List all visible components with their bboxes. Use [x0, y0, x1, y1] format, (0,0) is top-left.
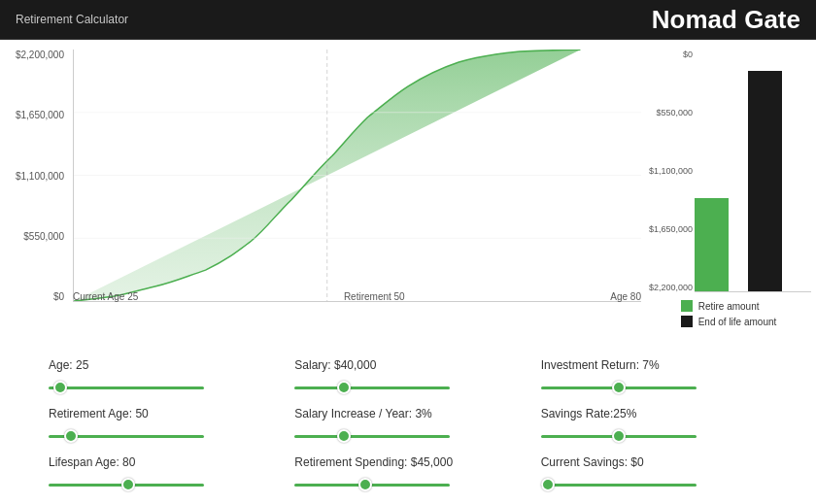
- retirement-spending-slider-container: [294, 475, 521, 494]
- brand-name: Nomad Gate: [652, 5, 800, 35]
- investment-return-slider[interactable]: [541, 386, 697, 389]
- control-lifespan: Lifespan Age: 80: [39, 455, 285, 494]
- lifespan-slider-container: [49, 475, 275, 494]
- bar-legend: Retire amount End of life amount: [681, 300, 777, 327]
- age-slider[interactable]: [49, 386, 204, 389]
- age-label: Age: 25: [49, 358, 275, 372]
- control-salary-increase: Salary Increase / Year: 3%: [285, 407, 530, 446]
- control-savings-rate: Savings Rate:25%: [531, 407, 777, 446]
- retirement-age-label: Retirement Age: 50: [49, 407, 275, 420]
- eol-bar: [748, 71, 782, 291]
- chart-area: $0 $550,000 $1,100,000 $1,650,000 $2,200…: [0, 40, 816, 339]
- retire-bar: [695, 198, 729, 291]
- investment-return-slider-container: [541, 378, 767, 397]
- savings-rate-slider-container: [541, 426, 767, 446]
- y-axis: $0 $550,000 $1,100,000 $1,650,000 $2,200…: [10, 50, 68, 302]
- x-axis: Current Age 25 Retirement 50 Age 80: [73, 291, 641, 302]
- eol-legend-color: [681, 316, 693, 327]
- retirement-age-slider[interactable]: [49, 435, 204, 438]
- control-salary: Salary: $40,000: [285, 358, 530, 397]
- controls-grid: Age: 25 Salary: $40,000 Investment Retur…: [0, 339, 816, 504]
- control-retirement-spending: Retirement Spending: $45,000: [285, 455, 530, 494]
- chart-svg-container: [73, 50, 641, 302]
- main-content: $0 $550,000 $1,100,000 $1,650,000 $2,200…: [0, 40, 816, 504]
- bar-y-axis: $2,200,000 $1,650,000 $1,100,000 $550,00…: [646, 50, 693, 292]
- salary-label: Salary: $40,000: [294, 358, 521, 372]
- age-slider-container: [49, 378, 275, 397]
- area-chart: $0 $550,000 $1,100,000 $1,650,000 $2,200…: [10, 50, 641, 321]
- salary-increase-slider-container: [294, 426, 521, 446]
- header: Retirement Calculator Nomad Gate: [0, 0, 816, 40]
- retire-legend-label: Retire amount: [698, 301, 760, 312]
- current-savings-slider[interactable]: [541, 484, 697, 487]
- savings-rate-slider[interactable]: [541, 435, 697, 438]
- salary-increase-slider[interactable]: [294, 435, 450, 438]
- salary-increase-label: Salary Increase / Year: 3%: [294, 407, 521, 420]
- control-retirement-age: Retirement Age: 50: [39, 407, 285, 446]
- bar-chart: [695, 59, 811, 292]
- lifespan-label: Lifespan Age: 80: [49, 455, 275, 469]
- retire-legend-color: [681, 300, 693, 312]
- retire-legend: Retire amount: [681, 300, 777, 312]
- retirement-spending-label: Retirement Spending: $45,000: [294, 455, 521, 469]
- savings-rate-label: Savings Rate:25%: [541, 407, 767, 420]
- retirement-age-slider-container: [49, 426, 275, 446]
- retirement-spending-slider[interactable]: [294, 484, 450, 487]
- control-current-savings: Current Savings: $0: [531, 455, 777, 494]
- salary-slider-container: [294, 378, 521, 397]
- eol-legend: End of life amount: [681, 316, 777, 327]
- salary-slider[interactable]: [294, 386, 450, 389]
- lifespan-slider[interactable]: [49, 484, 204, 487]
- control-investment-return: Investment Return: 7%: [531, 358, 777, 397]
- eol-legend-label: End of life amount: [698, 317, 777, 327]
- bar-chart-section: $2,200,000 $1,650,000 $1,100,000 $550,00…: [641, 50, 806, 339]
- area-svg: [74, 50, 641, 301]
- control-age: Age: 25: [39, 358, 285, 397]
- investment-return-label: Investment Return: 7%: [541, 358, 767, 372]
- current-savings-slider-container: [541, 475, 767, 494]
- current-savings-label: Current Savings: $0: [541, 455, 767, 469]
- app-title: Retirement Calculator: [16, 13, 128, 26]
